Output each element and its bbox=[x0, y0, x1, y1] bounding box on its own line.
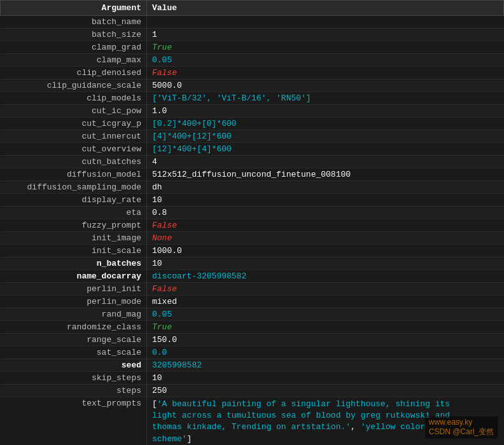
col-value: Value bbox=[147, 1, 504, 16]
watermark: www.easy.ky CSDN @Carl_变然 bbox=[425, 416, 498, 439]
table-row: range_scale150.0 bbox=[1, 334, 504, 346]
arg-cell: randomize_class bbox=[1, 321, 147, 334]
table-row: eta0.8 bbox=[1, 207, 504, 219]
table-row: clip_denoisedFalse bbox=[1, 67, 504, 79]
arg-cell: batch_name bbox=[1, 16, 147, 29]
table-row: clamp_gradTrue bbox=[1, 41, 504, 54]
arg-cell: batch_size bbox=[1, 29, 147, 41]
val-cell: mixed bbox=[147, 296, 504, 308]
arg-cell: clip_denoised bbox=[1, 67, 147, 79]
table-row: perlin_initFalse bbox=[1, 283, 504, 296]
arg-cell: rand_mag bbox=[1, 308, 147, 321]
val-cell: 10 bbox=[147, 257, 504, 270]
arg-cell: steps bbox=[1, 385, 147, 397]
table-row: randomize_classTrue bbox=[1, 321, 504, 334]
table-row: name_docarraydiscoart-3205998582 bbox=[1, 270, 504, 283]
val-cell: 10 bbox=[147, 372, 504, 385]
val-cell: 5000.0 bbox=[147, 79, 504, 92]
table-row: cut_overview[12]*400+[4]*600 bbox=[1, 143, 504, 156]
arg-cell: clamp_grad bbox=[1, 41, 147, 54]
arg-cell: perlin_init bbox=[1, 283, 147, 296]
arg-cell: display_rate bbox=[1, 194, 147, 207]
watermark-site: www.easy.ky bbox=[429, 418, 472, 427]
table-row: clip_guidance_scale5000.0 bbox=[1, 79, 504, 92]
val-cell bbox=[147, 16, 504, 29]
val-cell: 250 bbox=[147, 385, 504, 397]
val-cell: True bbox=[147, 41, 504, 54]
val-cell: 1 bbox=[147, 29, 504, 41]
val-cell: [4]*400+[12]*600 bbox=[147, 130, 504, 143]
table-row: cutn_batches4 bbox=[1, 156, 504, 168]
val-cell: [12]*400+[4]*600 bbox=[147, 143, 504, 156]
table-row: n_batches10 bbox=[1, 257, 504, 270]
arg-cell: clip_models bbox=[1, 92, 147, 105]
table-row: batch_size1 bbox=[1, 29, 504, 41]
val-cell: False bbox=[147, 219, 504, 232]
val-cell: 0.0 bbox=[147, 346, 504, 359]
val-cell: 3205998582 bbox=[147, 359, 504, 372]
val-cell: False bbox=[147, 283, 504, 296]
val-cell: 0.05 bbox=[147, 308, 504, 321]
watermark-label: CSDN @Carl_变然 bbox=[429, 427, 494, 436]
table-row: init_imageNone bbox=[1, 232, 504, 245]
val-cell: False bbox=[147, 67, 504, 79]
table-row: seed3205998582 bbox=[1, 359, 504, 372]
table-row: display_rate10 bbox=[1, 194, 504, 207]
val-cell: ['ViT-B/32', 'ViT-B/16', 'RN50'] bbox=[147, 92, 504, 105]
arg-cell: perlin_mode bbox=[1, 296, 147, 308]
arg-cell: cut_innercut bbox=[1, 130, 147, 143]
val-cell: None bbox=[147, 232, 504, 245]
table-row: cut_ic_pow1.0 bbox=[1, 105, 504, 118]
col-argument: Argument bbox=[1, 1, 147, 16]
table-row: diffusion_model512x512_diffusion_uncond_… bbox=[1, 168, 504, 181]
val-cell: 512x512_diffusion_uncond_finetune_008100 bbox=[147, 168, 504, 181]
table-row: clamp_max0.05 bbox=[1, 54, 504, 67]
arg-cell: skip_steps bbox=[1, 372, 147, 385]
arg-cell: diffusion_model bbox=[1, 168, 147, 181]
table-row: cut_innercut[4]*400+[12]*600 bbox=[1, 130, 504, 143]
arg-cell: cutn_batches bbox=[1, 156, 147, 168]
arg-cell: range_scale bbox=[1, 334, 147, 346]
table-row: fuzzy_promptFalse bbox=[1, 219, 504, 232]
table-row: clip_models['ViT-B/32', 'ViT-B/16', 'RN5… bbox=[1, 92, 504, 105]
arg-cell: clamp_max bbox=[1, 54, 147, 67]
val-cell: [0.2]*400+[0]*600 bbox=[147, 118, 504, 130]
main-container: Argument Value batch_namebatch_size1clam… bbox=[0, 0, 504, 445]
table-row: sat_scale0.0 bbox=[1, 346, 504, 359]
val-cell: 1.0 bbox=[147, 105, 504, 118]
table-row: cut_icgray_p[0.2]*400+[0]*600 bbox=[1, 118, 504, 130]
val-cell: True bbox=[147, 321, 504, 334]
val-cell: 0.8 bbox=[147, 207, 504, 219]
table-row: steps250 bbox=[1, 385, 504, 397]
arg-cell: cut_overview bbox=[1, 143, 147, 156]
arg-cell: cut_icgray_p bbox=[1, 118, 147, 130]
arg-cell: name_docarray bbox=[1, 270, 147, 283]
arg-cell: fuzzy_prompt bbox=[1, 219, 147, 232]
val-cell: 4 bbox=[147, 156, 504, 168]
val-cell: 0.05 bbox=[147, 54, 504, 67]
table-row: init_scale1000.0 bbox=[1, 245, 504, 257]
arg-cell: init_image bbox=[1, 232, 147, 245]
arg-cell: seed bbox=[1, 359, 147, 372]
val-cell: discoart-3205998582 bbox=[147, 270, 504, 283]
val-cell: 10 bbox=[147, 194, 504, 207]
arg-cell: init_scale bbox=[1, 245, 147, 257]
arg-cell: cut_ic_pow bbox=[1, 105, 147, 118]
val-cell: dh bbox=[147, 181, 504, 194]
val-cell: 150.0 bbox=[147, 334, 504, 346]
arg-cell: clip_guidance_scale bbox=[1, 79, 147, 92]
arg-cell: diffusion_sampling_mode bbox=[1, 181, 147, 194]
arg-cell: sat_scale bbox=[1, 346, 147, 359]
params-table: Argument Value batch_namebatch_size1clam… bbox=[0, 0, 504, 445]
arg-cell: eta bbox=[1, 207, 147, 219]
arg-cell: text_prompts bbox=[1, 397, 147, 446]
table-row: perlin_modemixed bbox=[1, 296, 504, 308]
table-row: skip_steps10 bbox=[1, 372, 504, 385]
table-row: diffusion_sampling_modedh bbox=[1, 181, 504, 194]
val-cell: 1000.0 bbox=[147, 245, 504, 257]
table-row: rand_mag0.05 bbox=[1, 308, 504, 321]
arg-cell: n_batches bbox=[1, 257, 147, 270]
table-row: batch_name bbox=[1, 16, 504, 29]
